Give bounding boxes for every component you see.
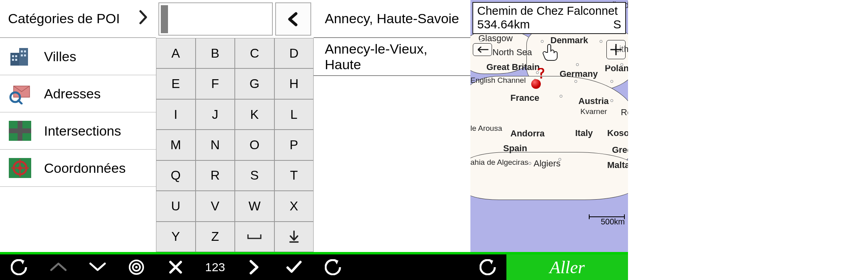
city-dot [480, 39, 482, 42]
hand-cursor-icon [542, 43, 559, 64]
category-item-crossroad[interactable]: Intersections [0, 112, 156, 150]
key-X[interactable]: X [274, 191, 314, 221]
back-button[interactable] [0, 254, 39, 280]
chevron-right-icon [139, 10, 148, 28]
map-label: Gree [612, 145, 628, 155]
key-L[interactable]: L [274, 99, 314, 130]
key-S[interactable]: S [235, 160, 274, 191]
key-O[interactable]: O [235, 130, 274, 160]
key-E[interactable]: E [156, 68, 196, 99]
city-dot [560, 95, 562, 98]
key-T[interactable]: T [274, 160, 314, 191]
key-R[interactable]: R [196, 160, 235, 191]
svg-rect-14 [9, 128, 31, 133]
key-Y[interactable]: Y [156, 222, 196, 252]
category-item-buildings[interactable]: Villes [0, 38, 156, 75]
map-label: Kvarner [580, 107, 607, 116]
map-label: Glasgow [478, 33, 513, 44]
key-J[interactable]: J [196, 99, 235, 130]
map-label: Kosov [607, 128, 628, 138]
key-C[interactable]: C [235, 38, 274, 68]
search-input[interactable] [158, 2, 273, 36]
back-button[interactable] [314, 254, 354, 280]
city-dot [606, 65, 609, 68]
key-G[interactable]: G [235, 68, 274, 99]
key-V[interactable]: V [196, 191, 235, 221]
mode-toggle-button[interactable]: 123 [196, 254, 235, 280]
map-footer: Aller [470, 254, 628, 280]
result-item[interactable]: Annecy-le-Vieux, Haute [314, 38, 470, 76]
buildings-icon [8, 44, 32, 68]
map-label: English Channel [470, 76, 526, 85]
map-label: Great Britain [486, 62, 540, 72]
svg-rect-3 [15, 55, 17, 57]
question-pin-icon [536, 68, 546, 82]
keyboard-footer: 123 [156, 254, 314, 280]
panel-map: SognefjordenGlasgowDenmarkNorth SeaLithG… [470, 0, 628, 280]
go-button[interactable]: Aller [506, 254, 628, 280]
map-label: ahia de Algeciras [470, 158, 528, 167]
key-P[interactable]: P [274, 130, 314, 160]
key-M[interactable]: M [156, 130, 196, 160]
categories-title: Catégories de POI [8, 11, 120, 26]
city-dot [506, 79, 509, 82]
svg-rect-2 [12, 55, 14, 57]
scroll-up-button[interactable] [39, 254, 78, 280]
key-Z[interactable]: Z [196, 222, 235, 252]
key-Q[interactable]: Q [156, 160, 196, 191]
city-dot [610, 99, 613, 102]
cancel-button[interactable] [156, 254, 196, 280]
crossroad-icon [8, 119, 32, 143]
key-W[interactable]: W [235, 191, 274, 221]
scroll-down-button[interactable] [78, 254, 117, 280]
target-button[interactable] [117, 254, 156, 280]
confirm-button[interactable] [274, 254, 314, 280]
city-dot [558, 158, 561, 161]
svg-rect-5 [15, 59, 17, 61]
city-dot [610, 80, 613, 83]
svg-point-20 [135, 266, 138, 268]
destination-name: Chemin de Chez Falconnet [477, 4, 621, 18]
destination-bearing: S [613, 18, 621, 32]
footer-bar [0, 254, 156, 280]
key-A[interactable]: A [156, 38, 196, 68]
result-item[interactable]: Annecy, Haute-Savoie [314, 0, 470, 38]
key-D[interactable]: D [274, 38, 314, 68]
backspace-button[interactable] [275, 2, 311, 36]
key-space[interactable] [235, 222, 274, 252]
map-label: Algiers [534, 158, 560, 169]
key-K[interactable]: K [235, 99, 274, 130]
key-I[interactable]: I [156, 99, 196, 130]
city-dot [620, 63, 623, 66]
category-item-search-mail[interactable]: Adresses [0, 75, 156, 112]
map-label: Spain [503, 143, 527, 154]
zoom-in-button[interactable] [606, 40, 626, 59]
key-N[interactable]: N [196, 130, 235, 160]
categories-header[interactable]: Catégories de POI [0, 0, 156, 38]
next-button[interactable] [235, 254, 274, 280]
back-button[interactable] [470, 254, 506, 280]
destination-distance: 534.64km [477, 18, 530, 32]
key-U[interactable]: U [156, 191, 196, 221]
category-item-coords-target[interactable]: Coordonnées [0, 150, 156, 187]
city-dot [497, 127, 500, 130]
map-label: North Sea [492, 47, 532, 58]
map-label: Andorra [510, 128, 545, 139]
svg-rect-7 [24, 50, 26, 52]
key-B[interactable]: B [196, 38, 235, 68]
city-dot [541, 40, 544, 43]
map-label: Germany [560, 69, 598, 79]
category-label: Adresses [44, 86, 101, 102]
map-canvas[interactable]: SognefjordenGlasgowDenmarkNorth SeaLithG… [470, 0, 628, 254]
city-dot [576, 63, 579, 66]
text-cursor [161, 5, 168, 33]
map-info-box: Chemin de Chez Falconnet 534.64km S [472, 2, 626, 34]
key-H[interactable]: H [274, 68, 314, 99]
results-footer [314, 254, 470, 280]
search-mail-icon [8, 82, 32, 106]
key-F[interactable]: F [196, 68, 235, 99]
svg-rect-8 [21, 54, 23, 56]
key-hide-keyboard[interactable] [274, 222, 314, 252]
panel-results: Annecy, Haute-SavoieAnnecy-le-Vieux, Hau… [314, 0, 470, 280]
pan-left-button[interactable] [473, 43, 492, 56]
